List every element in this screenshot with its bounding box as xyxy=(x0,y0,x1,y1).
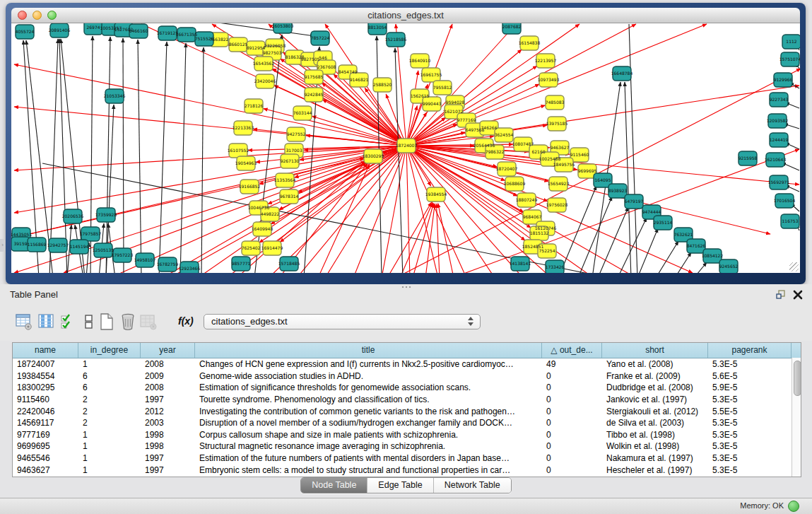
graph-node[interactable] xyxy=(546,95,564,110)
graph-node[interactable] xyxy=(427,187,445,201)
delete-trash-icon[interactable] xyxy=(119,313,136,331)
graph-node[interactable] xyxy=(423,97,441,111)
window-titlebar[interactable]: citations_edges.txt xyxy=(11,8,800,23)
graph-node[interactable] xyxy=(158,257,177,271)
graph-node[interactable] xyxy=(625,194,643,209)
graph-node[interactable] xyxy=(781,52,799,66)
tab-edge-table[interactable]: Edge Table xyxy=(367,478,433,493)
graph-node[interactable] xyxy=(517,193,536,207)
graph-edge[interactable] xyxy=(138,40,141,273)
graph-node[interactable] xyxy=(253,222,271,236)
column-header[interactable]: year xyxy=(141,343,195,358)
tab-node-table[interactable]: Node Table xyxy=(301,478,367,493)
graph-node[interactable] xyxy=(94,243,112,257)
merge-rows-icon[interactable] xyxy=(81,313,98,331)
graph-node[interactable] xyxy=(486,145,504,159)
graph-node[interactable] xyxy=(770,93,788,107)
graph-edge[interactable] xyxy=(675,252,691,273)
graph-node[interactable] xyxy=(411,54,429,68)
graph-node[interactable] xyxy=(158,26,177,40)
zoom-window-button[interactable] xyxy=(47,11,57,20)
graph-edge[interactable] xyxy=(395,48,403,273)
graph-node[interactable] xyxy=(11,237,30,251)
graph-node[interactable] xyxy=(254,57,273,71)
graph-node[interactable] xyxy=(280,257,298,271)
graph-node[interactable] xyxy=(654,216,672,230)
tab-network-table[interactable]: Network Table xyxy=(433,478,511,493)
scrollbar-thumb[interactable] xyxy=(794,361,801,396)
graph-node[interactable] xyxy=(422,68,440,82)
graph-node[interactable] xyxy=(781,214,799,228)
graph-node[interactable] xyxy=(229,144,247,158)
graph-edge[interactable] xyxy=(425,204,435,273)
graph-node[interactable] xyxy=(273,23,292,33)
graph-node[interactable] xyxy=(350,73,368,87)
graph-edge[interactable] xyxy=(180,43,186,273)
table-row[interactable]: 1830029562008Estimation of significance … xyxy=(13,382,801,394)
graph-node[interactable] xyxy=(373,78,392,92)
graph-node[interactable] xyxy=(305,88,323,102)
graph-node[interactable] xyxy=(687,239,705,253)
graph-node[interactable] xyxy=(770,175,788,189)
graph-node[interactable] xyxy=(546,260,564,273)
table-row[interactable]: 2242004622012Investigating the contribut… xyxy=(13,405,801,417)
graph-node[interactable] xyxy=(495,128,513,142)
table-row[interactable]: 911546021997Tourette syndrome. Phenomeno… xyxy=(13,394,801,406)
graph-node[interactable] xyxy=(97,208,115,222)
graph-node[interactable] xyxy=(50,23,69,37)
column-header[interactable]: △ out_de... xyxy=(542,343,602,358)
graph-node[interactable] xyxy=(502,23,521,34)
graph-node[interactable] xyxy=(520,36,539,50)
graph-edge[interactable] xyxy=(637,228,658,273)
graph-node[interactable] xyxy=(177,28,196,42)
graph-node[interactable] xyxy=(293,106,312,120)
graph-edge[interactable] xyxy=(598,207,628,273)
graph-node[interactable] xyxy=(280,189,298,204)
graph-node[interactable] xyxy=(84,23,102,35)
graph-node[interactable] xyxy=(505,177,524,191)
close-panel-icon[interactable] xyxy=(792,289,804,300)
graph-node[interactable] xyxy=(498,162,516,176)
graph-edge[interactable] xyxy=(159,42,167,273)
graph-edge[interactable] xyxy=(656,241,678,273)
graph-node[interactable] xyxy=(511,257,529,271)
new-document-icon[interactable] xyxy=(98,313,115,331)
graph-node[interactable] xyxy=(281,154,299,168)
graph-node[interactable] xyxy=(129,24,148,38)
graph-edge[interactable] xyxy=(437,204,440,273)
graph-node[interactable] xyxy=(608,184,627,198)
table-row[interactable]: 1456911722003Disruption of a novel membe… xyxy=(13,417,801,429)
graph-node[interactable] xyxy=(774,73,792,87)
column-header[interactable]: short xyxy=(602,343,708,358)
graph-node[interactable] xyxy=(234,121,252,135)
graph-node[interactable] xyxy=(536,54,555,68)
graph-node[interactable] xyxy=(433,81,452,95)
graph-node[interactable] xyxy=(105,89,124,103)
graph-node[interactable] xyxy=(245,99,263,113)
graph-edge[interactable] xyxy=(382,146,406,273)
graph-node[interactable] xyxy=(703,249,722,263)
graph-node[interactable] xyxy=(232,257,250,271)
graph-node[interactable] xyxy=(237,156,255,170)
split-pane-handle[interactable] xyxy=(401,285,412,289)
table-row[interactable]: 977716911998Corpus callosum shape and si… xyxy=(13,429,801,441)
graph-node[interactable] xyxy=(397,139,416,153)
canvas-resize-grip[interactable] xyxy=(789,262,799,271)
graph-node[interactable] xyxy=(180,262,199,273)
graph-edge[interactable] xyxy=(618,218,647,273)
column-header[interactable]: in_degree xyxy=(78,343,141,358)
graph-node[interactable] xyxy=(387,33,405,47)
graph-node[interactable] xyxy=(548,198,566,212)
minimize-window-button[interactable] xyxy=(33,11,42,20)
graph-node[interactable] xyxy=(247,41,265,55)
graph-node[interactable] xyxy=(240,180,259,194)
graph-node[interactable] xyxy=(766,153,784,167)
graph-node[interactable] xyxy=(242,241,260,255)
table-row[interactable]: 1872400712008Changes of HCN gene express… xyxy=(13,358,801,370)
graph-node[interactable] xyxy=(113,248,131,262)
graph-node[interactable] xyxy=(549,177,567,191)
table-row[interactable]: 946362711997Embryonic stem cells: a mode… xyxy=(13,464,801,476)
table-selector-dropdown[interactable]: citations_edges.txt xyxy=(204,314,481,329)
graph-edge[interactable] xyxy=(201,47,204,273)
graph-node[interactable] xyxy=(276,173,294,187)
